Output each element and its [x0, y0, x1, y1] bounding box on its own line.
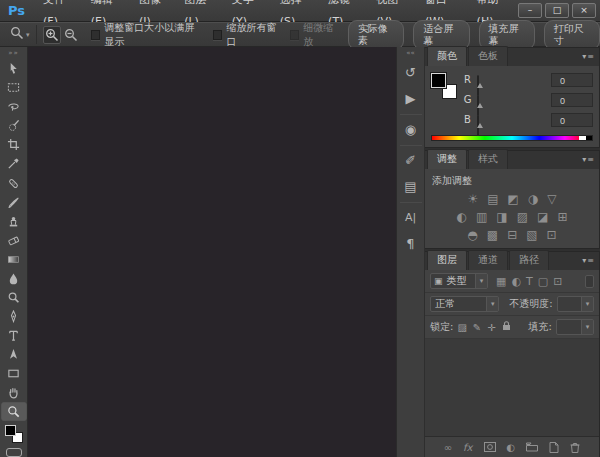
panel-menu-icon[interactable]: ▾≡: [582, 52, 595, 61]
pen-tool[interactable]: [1, 307, 27, 326]
foreground-color-swatch[interactable]: [5, 425, 16, 436]
spot-healing-brush-tool[interactable]: [1, 173, 27, 192]
slider-thumb[interactable]: [477, 83, 483, 88]
selective-color-icon[interactable]: ⊡: [547, 229, 557, 241]
eyedropper-tool[interactable]: [1, 154, 27, 173]
type-tool[interactable]: [1, 326, 27, 345]
slider-thumb[interactable]: [477, 103, 483, 108]
actual-pixels-button[interactable]: 实际像素: [348, 20, 404, 50]
green-slider[interactable]: [477, 93, 546, 115]
photo-filter-icon[interactable]: ▨: [517, 211, 528, 223]
slider-thumb[interactable]: [477, 123, 483, 128]
lock-position-icon[interactable]: ✛: [487, 322, 495, 333]
red-value-input[interactable]: [551, 73, 593, 87]
tools-panel-collapse-icon[interactable]: »»: [8, 49, 19, 57]
white-swatch[interactable]: [579, 136, 586, 140]
filter-shape-layers-icon[interactable]: ▢: [538, 275, 548, 288]
black-swatch[interactable]: [586, 136, 592, 140]
blend-mode-dropdown[interactable]: 正常 ▾: [430, 296, 499, 312]
foreground-color-swatch[interactable]: [431, 73, 446, 88]
tab-channels[interactable]: 通道: [468, 250, 508, 270]
panel-menu-icon[interactable]: ▾≡: [582, 256, 595, 265]
filter-smart-objects-icon[interactable]: ⊡: [553, 275, 562, 288]
red-slider[interactable]: [477, 73, 546, 95]
screen-mode-button[interactable]: [6, 448, 22, 457]
zoom-in-button[interactable]: [43, 26, 61, 44]
fill-dropdown[interactable]: ▾: [556, 319, 594, 335]
green-value-input[interactable]: [551, 93, 593, 107]
dock-collapse-icon[interactable]: ««: [406, 49, 415, 57]
lock-transparent-pixels-icon[interactable]: ▨: [457, 322, 466, 333]
zoom-tool[interactable]: [1, 402, 27, 421]
lasso-tool[interactable]: [1, 97, 27, 116]
color-swatches-widget[interactable]: [431, 73, 457, 99]
brush-panel-icon[interactable]: ✐: [399, 148, 423, 172]
close-button[interactable]: ×: [572, 3, 596, 18]
vibrance-icon[interactable]: ▽: [547, 193, 556, 205]
tab-swatches[interactable]: 色板: [468, 46, 508, 66]
add-layer-mask-icon[interactable]: [484, 442, 496, 452]
hue-saturation-icon[interactable]: ◐: [457, 211, 467, 223]
blur-tool[interactable]: [1, 269, 27, 288]
filter-type-layers-icon[interactable]: T: [526, 275, 533, 288]
crop-tool[interactable]: [1, 135, 27, 154]
hand-tool[interactable]: [1, 383, 27, 402]
color-spectrum-ramp[interactable]: [431, 135, 593, 141]
paragraph-panel-icon[interactable]: ¶: [399, 231, 423, 255]
new-group-icon[interactable]: [526, 442, 538, 452]
threshold-icon[interactable]: ⊟: [507, 229, 517, 241]
brush-tool[interactable]: [1, 193, 27, 212]
color-balance-icon[interactable]: ▥: [476, 211, 487, 223]
zoom-all-windows-checkbox[interactable]: 缩放所有窗口: [213, 21, 280, 49]
filter-kind-dropdown[interactable]: ▣ 类型 ▾: [430, 273, 488, 289]
link-layers-icon[interactable]: ∞: [444, 442, 452, 453]
opacity-dropdown[interactable]: ▾: [557, 296, 594, 312]
zoom-out-button[interactable]: [62, 26, 80, 44]
delete-layer-icon[interactable]: [570, 442, 580, 453]
tool-preset-picker[interactable]: ▾: [6, 25, 37, 44]
fill-screen-button[interactable]: 填充屏幕: [479, 20, 535, 50]
gradient-tool[interactable]: [1, 250, 27, 269]
lock-all-icon[interactable]: [502, 321, 511, 333]
filter-pixel-layers-icon[interactable]: ▦: [496, 275, 506, 288]
clone-stamp-tool[interactable]: [1, 212, 27, 231]
character-panel-icon[interactable]: A|: [399, 205, 423, 229]
brightness-contrast-icon[interactable]: ☀: [467, 193, 478, 205]
clone-source-icon[interactable]: ▤: [399, 174, 423, 198]
move-tool[interactable]: [1, 59, 27, 78]
posterize-icon[interactable]: ▩: [487, 229, 498, 241]
eraser-tool[interactable]: [1, 231, 27, 250]
tab-paths[interactable]: 路径: [509, 250, 549, 270]
canvas-area[interactable]: [28, 47, 396, 457]
black-white-icon[interactable]: ◨: [496, 211, 507, 223]
panel-menu-icon[interactable]: ▾≡: [582, 155, 595, 164]
actions-icon[interactable]: ▶: [399, 86, 423, 110]
foreground-background-swatches[interactable]: [4, 424, 24, 444]
blue-slider[interactable]: [477, 113, 546, 135]
rectangular-marquee-tool[interactable]: [1, 78, 27, 97]
new-layer-icon[interactable]: [549, 442, 559, 453]
dodge-tool[interactable]: [1, 288, 27, 307]
invert-icon[interactable]: ◓: [467, 229, 477, 241]
properties-icon[interactable]: ◉: [399, 117, 423, 141]
maximize-button[interactable]: □: [545, 3, 569, 18]
tab-color[interactable]: 颜色: [427, 46, 467, 66]
curves-icon[interactable]: ◩: [508, 193, 519, 205]
minimize-button[interactable]: –: [518, 3, 542, 18]
layer-style-icon[interactable]: fx: [463, 442, 472, 453]
filter-adjustment-layers-icon[interactable]: ◐: [511, 275, 521, 288]
exposure-icon[interactable]: ◑: [528, 193, 538, 205]
path-selection-tool[interactable]: [1, 345, 27, 364]
resize-windows-checkbox[interactable]: 调整窗口大小以满屏显示: [91, 21, 203, 49]
history-icon[interactable]: ↺: [399, 60, 423, 84]
layer-list[interactable]: [425, 339, 599, 437]
rectangle-shape-tool[interactable]: [1, 364, 27, 383]
gradient-map-icon[interactable]: ▧: [526, 229, 537, 241]
quick-selection-tool[interactable]: [1, 116, 27, 135]
blue-value-input[interactable]: [551, 113, 593, 127]
channel-mixer-icon[interactable]: ◪: [537, 211, 548, 223]
fit-screen-button[interactable]: 适合屏幕: [413, 20, 469, 50]
new-adjustment-layer-icon[interactable]: ◐: [507, 442, 516, 453]
levels-icon[interactable]: ▤: [487, 193, 498, 205]
lock-image-pixels-icon[interactable]: ✎: [473, 322, 481, 333]
